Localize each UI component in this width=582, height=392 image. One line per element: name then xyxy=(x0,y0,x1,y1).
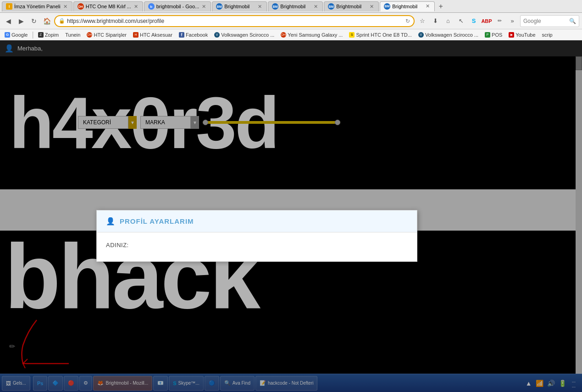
bookmark-vw2[interactable]: V Volkswagen Scirocco ... xyxy=(416,31,481,39)
lock-icon: 🔒 xyxy=(59,18,65,24)
nav-bar: ◀ ▶ ↻ 🏠 🔒 ↻ ☆ ⬇ ⌂ ↖ S ABP ✏ » 🔍 xyxy=(0,13,582,29)
tab-bm-active[interactable]: BM Brightmobil ✕ xyxy=(380,1,435,11)
tab-label-5: Brightmobil xyxy=(280,4,311,9)
extension-icon[interactable]: ✏ xyxy=(493,15,505,27)
bookmarks-bar: G Google | Z Zopim Tunein DH HTC Sipariş… xyxy=(0,29,582,40)
home-nav-icon[interactable]: ⌂ xyxy=(442,15,454,27)
url-input[interactable] xyxy=(67,18,404,24)
bookmark-zopim[interactable]: Z Zopim xyxy=(35,31,62,39)
address-bar[interactable]: 🔒 ↻ xyxy=(54,15,415,27)
bookmark-label-youtube: YouTube xyxy=(515,32,535,38)
website-area: 👤 Merhaba, h4x0r3d KATEGORİ ▼ xyxy=(0,40,582,392)
tab-favicon-2: DH xyxy=(78,3,84,10)
bookmark-vw[interactable]: V Volkswagen Scirocco ... xyxy=(211,31,277,39)
tab-google[interactable]: b brightmobil - Goo... ✕ xyxy=(144,1,211,11)
tab-favicon-3: b xyxy=(148,3,155,10)
search-bar[interactable]: 🔍 xyxy=(520,15,579,27)
bookmark-pos[interactable]: P POS xyxy=(482,31,505,39)
tab-bm2[interactable]: BM Brightmobil ✕ xyxy=(268,1,323,11)
new-tab-button[interactable]: + xyxy=(436,1,446,11)
bm-sep-1: | xyxy=(32,31,33,39)
bookmark-script[interactable]: scrip xyxy=(539,31,555,39)
modal-body: ADINIZ: xyxy=(97,232,417,261)
bookmark-label-facebook: Facebook xyxy=(186,32,208,38)
tab-favicon-6: BM xyxy=(328,3,334,10)
skype-icon: S xyxy=(468,15,480,27)
search-input[interactable] xyxy=(523,18,569,24)
refresh-button[interactable]: ↻ xyxy=(28,16,39,27)
tab-imza[interactable]: İ İmza Yönetim Paneli ✕ xyxy=(2,1,72,11)
modal-title: PROFİL AYARLARIM xyxy=(120,217,194,225)
tab-close-3[interactable]: ✕ xyxy=(201,4,207,10)
expand-icon[interactable]: » xyxy=(506,15,518,27)
bookmark-label-htc-acc: HTC Aksesuar xyxy=(140,32,172,38)
tab-bm1[interactable]: BM Brightmobil ✕ xyxy=(212,1,267,11)
tab-favicon-5: BM xyxy=(272,3,278,10)
tab-htc[interactable]: DH HTC One M8 Kılıf ... ✕ xyxy=(73,1,143,11)
bookmark-samsung[interactable]: DH Yeni Samsung Galaxy ... xyxy=(278,31,345,39)
bookmark-label-htc: HTC Siparişler xyxy=(94,32,127,38)
page-content: 👤 Merhaba, h4x0r3d KATEGORİ ▼ xyxy=(0,40,582,392)
bookmark-favicon-pos: P xyxy=(485,32,490,38)
bookmark-htc-acc[interactable]: H HTC Aksesuar xyxy=(130,31,175,39)
profile-modal: 👤 PROFİL AYARLARIM ADINIZ: xyxy=(96,210,417,262)
tab-close-6[interactable]: ✕ xyxy=(369,4,375,10)
bookmark-label-vw2: Volkswagen Scirocco ... xyxy=(425,32,478,38)
bookmark-favicon-htc: DH xyxy=(87,32,92,38)
bookmark-htc-orders[interactable]: DH HTC Siparişler xyxy=(84,31,129,39)
modal-header: 👤 PROFİL AYARLARIM xyxy=(97,210,417,232)
bookmark-label-pos: POS xyxy=(492,32,502,38)
search-icon[interactable]: 🔍 xyxy=(569,18,576,24)
tab-label-2: HTC One M8 Kılıf ... xyxy=(86,4,131,9)
tab-favicon-4: BM xyxy=(216,3,222,10)
tab-bm3[interactable]: BM Brightmobil ✕ xyxy=(324,1,379,11)
tab-label-1: İmza Yönetim Paneli xyxy=(14,4,61,9)
bookmark-favicon-google: G xyxy=(5,32,10,38)
bookmark-star-icon[interactable]: ☆ xyxy=(416,15,428,27)
bookmark-label-zopim: Zopim xyxy=(45,32,59,38)
tab-close-4[interactable]: ✕ xyxy=(257,4,263,10)
bookmark-favicon-vw: V xyxy=(214,32,220,38)
modal-user-icon: 👤 xyxy=(106,217,115,226)
bookmark-google[interactable]: G Google xyxy=(2,31,30,39)
cursor-icon[interactable]: ↖ xyxy=(455,15,467,27)
tab-label-3: brightmobil - Goo... xyxy=(156,4,200,9)
tab-close-1[interactable]: ✕ xyxy=(62,4,68,10)
tab-label-4: Brightmobil xyxy=(224,4,255,9)
bookmark-label-samsung: Yeni Samsung Galaxy ... xyxy=(288,32,343,38)
tab-favicon-1: İ xyxy=(6,3,12,10)
tab-close-7[interactable]: ✕ xyxy=(425,3,431,9)
bookmark-label-vw: Volkswagen Scirocco ... xyxy=(221,32,274,38)
bookmark-favicon-vw2: V xyxy=(418,32,424,38)
bookmark-favicon-zopim: Z xyxy=(38,32,44,38)
back-button[interactable]: ◀ xyxy=(3,16,14,27)
title-bar: İ İmza Yönetim Paneli ✕ DH HTC One M8 Kı… xyxy=(0,0,582,13)
forward-button[interactable]: ▶ xyxy=(16,16,27,27)
bookmark-youtube[interactable]: ▶ YouTube xyxy=(506,31,538,39)
tab-label-7: Brightmobil xyxy=(392,4,423,9)
tab-label-6: Brightmobil xyxy=(336,4,367,9)
bookmark-label-script: scrip xyxy=(542,32,553,38)
bookmark-favicon-youtube: ▶ xyxy=(509,32,514,38)
tab-close-5[interactable]: ✕ xyxy=(313,4,319,10)
tab-close-2[interactable]: ✕ xyxy=(133,4,139,10)
bookmark-favicon-facebook: f xyxy=(179,32,184,38)
bookmark-favicon-samsung: DH xyxy=(281,32,286,38)
bookmark-facebook[interactable]: f Facebook xyxy=(176,31,211,39)
browser-window: İ İmza Yönetim Paneli ✕ DH HTC One M8 Kı… xyxy=(0,0,582,392)
download-icon[interactable]: ⬇ xyxy=(429,15,441,27)
home-button[interactable]: 🏠 xyxy=(41,16,52,27)
bookmark-favicon-htc-acc: H xyxy=(133,32,139,38)
nav-right-buttons: ☆ ⬇ ⌂ ↖ S ABP ✏ » xyxy=(416,15,518,27)
modal-overlay: 👤 PROFİL AYARLARIM ADINIZ: xyxy=(0,40,582,392)
tab-favicon-7: BM xyxy=(384,3,390,10)
bookmark-label-google: Google xyxy=(11,32,28,38)
bookmark-label-sprint: Sprint HTC One E8 TD... xyxy=(356,32,411,38)
bookmark-label-tunein: Tunein xyxy=(65,32,80,38)
bookmark-sprint[interactable]: S Sprint HTC One E8 TD... xyxy=(346,31,414,39)
adblock-icon[interactable]: ABP xyxy=(481,15,493,27)
bookmark-tunein[interactable]: Tunein xyxy=(62,31,83,39)
bookmark-favicon-sprint: S xyxy=(349,32,355,38)
refresh-in-bar-icon: ↻ xyxy=(405,18,410,24)
modal-field-label: ADINIZ: xyxy=(106,242,408,248)
